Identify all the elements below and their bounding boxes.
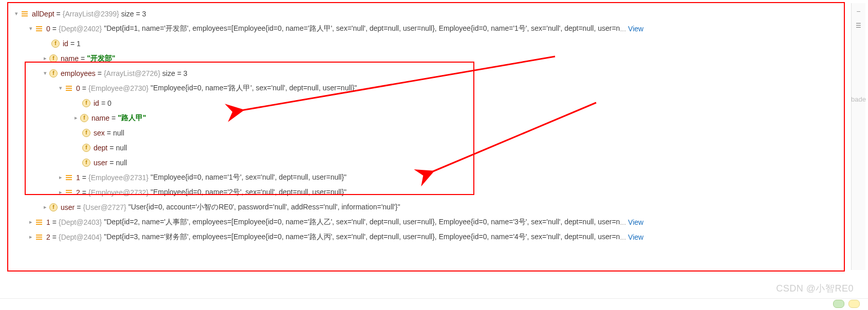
object-ref: {Dept@2404} bbox=[59, 233, 102, 241]
svg-rect-4 bbox=[36, 28, 42, 29]
expand-toggle[interactable]: ▸ bbox=[41, 55, 49, 62]
field-icon: f bbox=[49, 54, 58, 63]
expand-toggle[interactable]: ▸ bbox=[57, 189, 65, 196]
tree-row-emp0-user[interactable]: f user = null bbox=[8, 155, 844, 170]
object-ref: {User@2727} bbox=[83, 203, 126, 211]
toolbar-button-2[interactable]: ☰ bbox=[854, 21, 864, 31]
list-icon bbox=[21, 10, 29, 18]
field-value: null bbox=[116, 159, 127, 167]
tree-row-dept0-name[interactable]: ▸ f name = "开发部" bbox=[8, 51, 844, 66]
status-pill-green[interactable] bbox=[833, 300, 844, 308]
expand-toggle[interactable]: ▾ bbox=[41, 70, 49, 76]
svg-rect-8 bbox=[66, 90, 72, 91]
field-icon: f bbox=[82, 99, 90, 107]
status-bar bbox=[0, 298, 868, 309]
svg-rect-2 bbox=[22, 15, 28, 16]
size-label: size = 3 bbox=[162, 69, 188, 78]
object-ref: {Dept@2402} bbox=[59, 25, 102, 33]
view-link[interactable]: View bbox=[628, 233, 643, 241]
list-icon bbox=[35, 233, 43, 241]
array-index: 0 bbox=[76, 84, 80, 92]
array-index: 1 bbox=[76, 173, 80, 182]
svg-rect-11 bbox=[66, 179, 72, 180]
svg-rect-9 bbox=[66, 175, 72, 176]
field-name: user bbox=[61, 203, 75, 211]
status-pill-yellow[interactable] bbox=[848, 300, 860, 308]
field-value: null bbox=[113, 129, 124, 137]
toolbar-button-1[interactable]: – bbox=[854, 6, 864, 16]
array-index: 2 bbox=[76, 188, 80, 197]
field-name: id bbox=[63, 40, 68, 48]
tostring-value: "User{id=0, account='小智のRE0', password='… bbox=[128, 203, 400, 212]
view-link[interactable]: View bbox=[628, 218, 643, 226]
tree-row-emp0-sex[interactable]: f sex = null bbox=[8, 125, 844, 140]
field-icon: f bbox=[51, 40, 60, 48]
field-icon: f bbox=[82, 129, 90, 137]
field-name: name bbox=[61, 54, 79, 63]
field-value: "开发部" bbox=[87, 54, 115, 63]
tree-row-dept0-id[interactable]: f id = 1 bbox=[8, 36, 844, 51]
tree-row-emp2[interactable]: ▸ 2 = {Employee@2732} "Employee{id=0, na… bbox=[8, 185, 844, 200]
field-icon: f bbox=[82, 144, 90, 152]
field-value: "路人甲" bbox=[118, 113, 146, 123]
expand-toggle[interactable]: ▸ bbox=[27, 219, 35, 225]
object-ref: {ArrayList@2726} bbox=[104, 69, 160, 78]
field-name: user bbox=[94, 159, 107, 167]
svg-rect-0 bbox=[22, 11, 28, 12]
list-icon bbox=[35, 218, 43, 226]
field-name: sex bbox=[94, 129, 105, 137]
field-name: name bbox=[91, 114, 109, 122]
field-value: 1 bbox=[77, 40, 81, 48]
watermark: CSDN @小智RE0 bbox=[776, 282, 854, 295]
expand-toggle[interactable]: ▸ bbox=[27, 234, 35, 240]
field-value: null bbox=[116, 144, 127, 152]
field-icon: f bbox=[49, 69, 58, 78]
view-link[interactable]: View bbox=[628, 25, 643, 33]
field-name: id bbox=[94, 99, 99, 107]
tostring-value: "Dept{id=2, name='人事部', employees=[Emplo… bbox=[104, 218, 620, 227]
tree-row-dept2[interactable]: ▸ 2 = {Dept@2404} "Dept{id=3, name='财务部'… bbox=[8, 229, 844, 244]
object-ref: {Employee@2732} bbox=[88, 188, 149, 197]
tree-row-emp0-name[interactable]: ▸ f name = "路人甲" bbox=[8, 110, 844, 125]
tree-row-dept1[interactable]: ▸ 1 = {Dept@2403} "Dept{id=2, name='人事部'… bbox=[8, 215, 844, 229]
tree-row-employees[interactable]: ▾ f employees = {ArrayList@2726} size = … bbox=[8, 66, 844, 81]
svg-rect-14 bbox=[66, 194, 72, 195]
svg-rect-17 bbox=[36, 224, 42, 225]
tree-row-alldept[interactable]: ▾ allDept = {ArrayList@2399} size = 3 bbox=[8, 6, 844, 21]
svg-rect-1 bbox=[22, 13, 28, 14]
svg-rect-15 bbox=[36, 220, 42, 221]
field-icon: f bbox=[49, 203, 58, 211]
tostring-value: "Employee{id=0, name='1号', sex='null', d… bbox=[151, 173, 346, 182]
tree-row-emp0-dept[interactable]: f dept = null bbox=[8, 140, 844, 155]
expand-toggle[interactable]: ▸ bbox=[41, 204, 49, 210]
svg-rect-13 bbox=[66, 192, 72, 193]
svg-rect-19 bbox=[36, 237, 42, 238]
tostring-value: "Employee{id=0, name='路人甲', sex='null', … bbox=[151, 84, 357, 93]
expand-toggle[interactable]: ▸ bbox=[57, 174, 65, 181]
var-name: allDept bbox=[32, 10, 54, 18]
tostring-value: "Employee{id=0, name='2号', sex='null', d… bbox=[151, 188, 346, 197]
list-icon bbox=[65, 84, 73, 92]
array-index: 1 bbox=[46, 218, 50, 226]
field-icon: f bbox=[80, 114, 88, 122]
field-icon: f bbox=[82, 159, 90, 167]
tree-row-dept0[interactable]: ▾ 0 = {Dept@2402} "Dept{id=1, name='开发部'… bbox=[8, 21, 844, 36]
expand-toggle[interactable]: ▸ bbox=[72, 114, 80, 121]
tree-row-emp1[interactable]: ▸ 1 = {Employee@2731} "Employee{id=0, na… bbox=[8, 170, 844, 185]
tree-row-emp0-id[interactable]: f id = 0 bbox=[8, 95, 844, 110]
tree-row-emp0[interactable]: ▾ 0 = {Employee@2730} "Employee{id=0, na… bbox=[8, 81, 844, 95]
list-icon bbox=[65, 173, 73, 182]
expand-toggle[interactable]: ▾ bbox=[27, 25, 35, 32]
svg-rect-10 bbox=[66, 177, 72, 178]
ellipsis: ... bbox=[620, 218, 626, 226]
svg-rect-20 bbox=[36, 239, 42, 240]
side-label: bade bbox=[851, 95, 866, 103]
tree-row-user[interactable]: ▸ f user = {User@2727} "User{id=0, accou… bbox=[8, 200, 844, 215]
object-ref: {Dept@2403} bbox=[59, 218, 102, 226]
svg-rect-5 bbox=[36, 30, 42, 31]
size-label: size = 3 bbox=[121, 10, 146, 18]
expand-toggle[interactable]: ▾ bbox=[57, 85, 65, 91]
expand-toggle[interactable]: ▾ bbox=[12, 10, 21, 17]
ellipsis: ... bbox=[620, 25, 626, 33]
object-ref: {Employee@2731} bbox=[88, 173, 149, 182]
